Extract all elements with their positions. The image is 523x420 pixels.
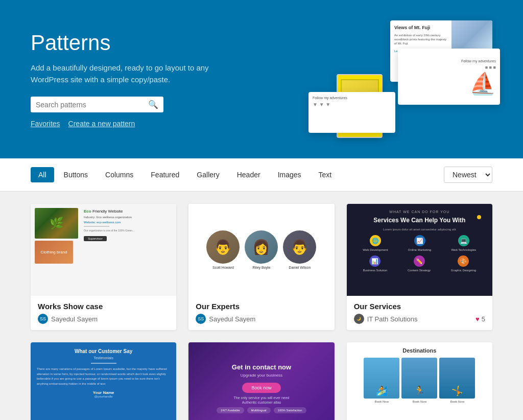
search-button[interactable]: 🔍 [148,100,158,109]
author-avatar-3: 🌙 [354,314,364,324]
pattern-card-2[interactable]: 👨 Scott Howard 👩 Riley Boyle 👨 Daniel Wi… [188,204,334,330]
pattern-card-5[interactable]: Get in contact now Upgrade your business… [188,342,334,420]
cta-book-button[interactable]: Book now [242,383,281,393]
service-business: 📊 Business Solution [363,255,388,272]
hero-illustration: Views of Mt. Fuji An exhibition of early… [308,20,492,138]
service-tech: 💻 Web Technologies [451,235,477,251]
pattern-preview-5: Get in contact now Upgrade your business… [188,342,334,420]
pattern-card-6[interactable]: Destinations 🏄 Book Now 🏃 Book Now [347,342,492,420]
dest-photos: 🏄 Book Now 🏃 Book Now 🤸 Book Now [352,358,487,403]
heart-icon-3: ♥ [476,315,480,323]
dest-photo-3: 🤸 [439,358,475,399]
dest-photo-2: 🏃 [401,358,437,399]
hero-title: Patterns [31,31,245,55]
filter-bar: All Buttons Columns Featured Gallery Hea… [0,158,523,192]
pattern-card-1[interactable]: 🌿 Clothing brand Eco Friendly Website In… [31,204,176,330]
pattern-card-4[interactable]: What our Customer Say Testimonials There… [31,342,176,420]
pattern-preview-4: What our Customer Say Testimonials There… [31,342,176,420]
author-likes-row-3: 🌙 IT Path Solutions ♥ 5 [354,314,485,324]
favorites-link[interactable]: Favorites [31,120,60,128]
badge-satisfaction: 100% Satisfaction [274,407,306,413]
pattern-preview-1: 🌿 Clothing brand Eco Friendly Website In… [31,204,176,296]
like-count-3: ♥ 5 [476,315,485,323]
service-web: 🌐 Web Development [363,235,388,251]
pattern-author-2: SS Sayedul Sayem [196,314,327,324]
service-icons-2: 📊 Business Solution ✏️ Content Strategy … [353,255,486,272]
create-pattern-link[interactable]: Create a new pattern [68,120,135,128]
pattern-title-2: Our Experts [196,302,327,311]
pattern-card-3[interactable]: WHAT WE CAN DO FOR YOU Services We Can H… [347,204,492,330]
like-number-3: 5 [482,315,485,323]
badge-available: 24/7 Available [217,407,244,413]
filter-header[interactable]: Header [229,167,268,182]
hero-left: Patterns Add a beautifully designed, rea… [31,31,245,128]
hero-links: Favorites Create a new pattern [31,120,245,128]
expert-photo-3: 👨 [283,230,316,264]
pattern-grid: 🌿 Clothing brand Eco Friendly Website In… [0,192,523,420]
expert-photo-2: 👩 [245,230,278,264]
author-avatar-1: SS [38,314,48,324]
expert-3: 👨 Daniel Wilson [283,230,316,269]
pattern-author-3: 🌙 IT Path Solutions [354,314,418,324]
filter-text[interactable]: Text [311,167,340,182]
pattern-preview-2: 👨 Scott Howard 👩 Riley Boyle 👨 Daniel Wi… [188,204,334,296]
sort-select[interactable]: Newest Oldest Popular [444,167,492,183]
pattern-info-2: Our Experts SS Sayedul Sayem [188,296,334,330]
search-bar[interactable]: 🔍 [31,97,163,112]
author-name-1: Sayedul Sayem [51,315,98,323]
badge-multilingual: Multilingual [247,407,271,413]
author-name-2: Sayedul Sayem [209,315,255,323]
filter-featured[interactable]: Featured [143,167,187,182]
filter-buttons[interactable]: Buttons [56,167,96,182]
pattern-title-1: Works Show case [38,302,169,311]
dest-col-1: 🏄 Book Now [364,358,399,403]
author-row-3: Our Services [354,302,485,314]
filter-gallery[interactable]: Gallery [189,167,227,182]
service-content: ✏️ Content Strategy [408,255,431,272]
search-input[interactable] [36,101,148,109]
expert-photo-1: 👨 [206,230,240,264]
cta-badges: 24/7 Available Multilingual 100% Satisfa… [217,407,306,413]
expert-2: 👩 Riley Boyle [245,230,278,269]
pattern-info-3: Our Services 🌙 IT Path Solutions ♥ 5 [347,296,492,330]
author-name-3: IT Path Solutions [367,315,418,323]
expert-1: 👨 Scott Howard [206,230,240,269]
hero-preview-card-4: Follow my adventures ▼ ▼ ▼ [308,92,395,133]
pattern-author-1: SS Sayedul Sayem [38,314,169,324]
hero-section: Patterns Add a beautifully designed, rea… [0,0,523,158]
pattern-preview-6: Destinations 🏄 Book Now 🏃 Book Now [347,342,492,420]
filter-all[interactable]: All [31,167,54,182]
filter-images[interactable]: Images [270,167,309,182]
pattern-info-1: Works Show case SS Sayedul Sayem [31,296,176,330]
service-icons: 🌐 Web Development 📈 Online Marketing 💻 W… [353,235,486,251]
filter-columns[interactable]: Columns [98,167,141,182]
hero-description: Add a beautifully designed, ready to go … [31,62,245,85]
hero-preview-card-2: Follow my adventures ■ ■ ■ ⛵ [398,49,500,105]
pattern-title-3: Our Services [354,302,401,311]
dest-col-2: 🏃 Book Now [401,358,437,403]
dest-col-3: 🤸 Book Now [439,358,475,403]
service-dot [477,215,481,219]
pattern-preview-3: WHAT WE CAN DO FOR YOU Services We Can H… [347,204,492,296]
service-marketing: 📈 Online Marketing [408,235,431,251]
service-design: 🎨 Graphic Designing [451,255,476,272]
author-avatar-2: SS [196,314,206,324]
dest-photo-1: 🏄 [364,358,399,399]
